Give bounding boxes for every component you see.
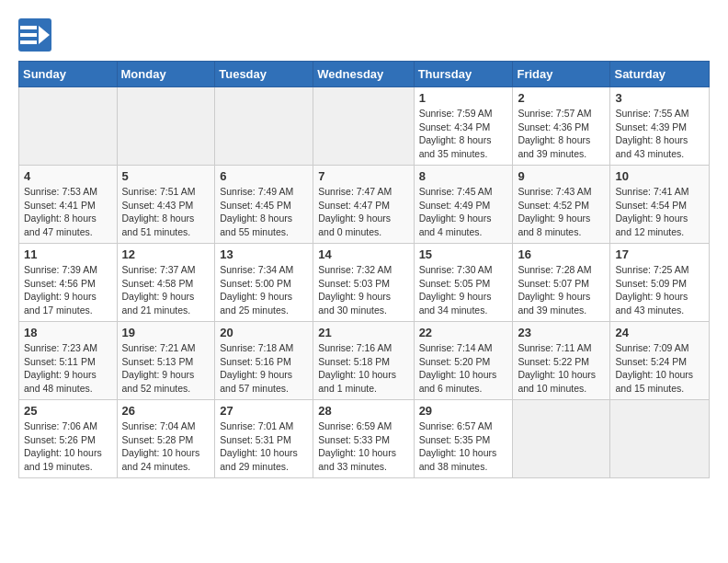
day-info: Sunrise: 7:06 AM Sunset: 5:26 PM Dayligh… xyxy=(24,419,112,474)
week-row-2: 4Sunrise: 7:53 AM Sunset: 4:41 PM Daylig… xyxy=(19,166,710,244)
header-row: SundayMondayTuesdayWednesdayThursdayFrid… xyxy=(19,62,710,87)
calendar-cell: 5Sunrise: 7:51 AM Sunset: 4:43 PM Daylig… xyxy=(117,166,215,244)
day-info: Sunrise: 7:16 AM Sunset: 5:18 PM Dayligh… xyxy=(318,341,408,396)
day-info: Sunrise: 7:53 AM Sunset: 4:41 PM Dayligh… xyxy=(24,185,112,239)
day-info: Sunrise: 7:51 AM Sunset: 4:43 PM Dayligh… xyxy=(122,185,210,239)
calendar-cell: 13Sunrise: 7:34 AM Sunset: 5:00 PM Dayli… xyxy=(215,244,313,322)
calendar-cell xyxy=(215,87,313,166)
day-number: 14 xyxy=(318,247,408,261)
day-info: Sunrise: 6:59 AM Sunset: 5:33 PM Dayligh… xyxy=(318,419,408,474)
calendar-cell: 2Sunrise: 7:57 AM Sunset: 4:36 PM Daylig… xyxy=(513,87,610,166)
day-info: Sunrise: 7:57 AM Sunset: 4:36 PM Dayligh… xyxy=(518,107,605,161)
day-info: Sunrise: 7:39 AM Sunset: 4:56 PM Dayligh… xyxy=(24,263,112,317)
day-info: Sunrise: 7:21 AM Sunset: 5:13 PM Dayligh… xyxy=(122,341,210,396)
svg-rect-4 xyxy=(20,40,37,44)
day-number: 12 xyxy=(122,247,210,261)
calendar-cell xyxy=(19,87,118,166)
calendar-cell: 26Sunrise: 7:04 AM Sunset: 5:28 PM Dayli… xyxy=(117,400,215,478)
day-info: Sunrise: 7:11 AM Sunset: 5:22 PM Dayligh… xyxy=(518,341,605,396)
calendar-cell: 3Sunrise: 7:55 AM Sunset: 4:39 PM Daylig… xyxy=(610,87,710,166)
calendar-cell: 4Sunrise: 7:53 AM Sunset: 4:41 PM Daylig… xyxy=(19,166,118,244)
day-info: Sunrise: 7:45 AM Sunset: 4:49 PM Dayligh… xyxy=(419,185,508,239)
calendar-cell: 27Sunrise: 7:01 AM Sunset: 5:31 PM Dayli… xyxy=(215,400,313,478)
day-info: Sunrise: 7:09 AM Sunset: 5:24 PM Dayligh… xyxy=(615,341,704,396)
week-row-5: 25Sunrise: 7:06 AM Sunset: 5:26 PM Dayli… xyxy=(19,400,710,478)
day-info: Sunrise: 7:14 AM Sunset: 5:20 PM Dayligh… xyxy=(419,341,508,396)
day-number: 21 xyxy=(318,326,408,339)
day-info: Sunrise: 7:34 AM Sunset: 5:00 PM Dayligh… xyxy=(220,263,308,317)
day-number: 25 xyxy=(24,404,112,418)
day-info: Sunrise: 7:01 AM Sunset: 5:31 PM Dayligh… xyxy=(220,419,308,474)
day-number: 6 xyxy=(220,169,308,183)
calendar-cell: 12Sunrise: 7:37 AM Sunset: 4:58 PM Dayli… xyxy=(117,244,215,322)
calendar-cell: 15Sunrise: 7:30 AM Sunset: 5:05 PM Dayli… xyxy=(414,244,513,322)
day-number: 16 xyxy=(518,247,605,261)
logo-icon xyxy=(18,18,51,52)
header-day-wednesday: Wednesday xyxy=(313,62,414,87)
header-day-saturday: Saturday xyxy=(610,62,710,87)
day-number: 7 xyxy=(318,169,408,183)
calendar-cell xyxy=(610,400,710,478)
day-number: 18 xyxy=(24,326,112,339)
calendar-cell: 14Sunrise: 7:32 AM Sunset: 5:03 PM Dayli… xyxy=(313,244,414,322)
calendar-cell: 23Sunrise: 7:11 AM Sunset: 5:22 PM Dayli… xyxy=(513,322,610,400)
calendar-cell: 18Sunrise: 7:23 AM Sunset: 5:11 PM Dayli… xyxy=(19,322,118,400)
day-number: 13 xyxy=(220,247,308,261)
header-day-monday: Monday xyxy=(117,62,215,87)
day-info: Sunrise: 7:43 AM Sunset: 4:52 PM Dayligh… xyxy=(518,185,605,239)
day-number: 19 xyxy=(122,326,210,339)
calendar-cell: 29Sunrise: 6:57 AM Sunset: 5:35 PM Dayli… xyxy=(414,400,513,478)
logo xyxy=(18,18,57,52)
calendar-cell: 28Sunrise: 6:59 AM Sunset: 5:33 PM Dayli… xyxy=(313,400,414,478)
day-info: Sunrise: 7:47 AM Sunset: 4:47 PM Dayligh… xyxy=(318,185,408,239)
calendar-cell: 9Sunrise: 7:43 AM Sunset: 4:52 PM Daylig… xyxy=(513,166,610,244)
day-info: Sunrise: 7:25 AM Sunset: 5:09 PM Dayligh… xyxy=(615,263,704,317)
day-number: 29 xyxy=(419,404,508,418)
week-row-4: 18Sunrise: 7:23 AM Sunset: 5:11 PM Dayli… xyxy=(19,322,710,400)
calendar-cell: 16Sunrise: 7:28 AM Sunset: 5:07 PM Dayli… xyxy=(513,244,610,322)
day-number: 20 xyxy=(220,326,308,339)
day-number: 23 xyxy=(518,326,605,339)
day-number: 27 xyxy=(220,404,308,418)
day-info: Sunrise: 7:55 AM Sunset: 4:39 PM Dayligh… xyxy=(615,107,704,161)
header-day-friday: Friday xyxy=(513,62,610,87)
day-info: Sunrise: 7:37 AM Sunset: 4:58 PM Dayligh… xyxy=(122,263,210,317)
day-info: Sunrise: 7:30 AM Sunset: 5:05 PM Dayligh… xyxy=(419,263,508,317)
calendar-cell: 19Sunrise: 7:21 AM Sunset: 5:13 PM Dayli… xyxy=(117,322,215,400)
calendar-cell: 22Sunrise: 7:14 AM Sunset: 5:20 PM Dayli… xyxy=(414,322,513,400)
day-number: 22 xyxy=(419,326,508,339)
calendar-cell: 1Sunrise: 7:59 AM Sunset: 4:34 PM Daylig… xyxy=(414,87,513,166)
day-number: 5 xyxy=(122,169,210,183)
day-info: Sunrise: 6:57 AM Sunset: 5:35 PM Dayligh… xyxy=(419,419,508,474)
day-number: 10 xyxy=(615,169,704,183)
day-info: Sunrise: 7:49 AM Sunset: 4:45 PM Dayligh… xyxy=(220,185,308,239)
calendar-cell: 11Sunrise: 7:39 AM Sunset: 4:56 PM Dayli… xyxy=(19,244,118,322)
day-info: Sunrise: 7:59 AM Sunset: 4:34 PM Dayligh… xyxy=(419,107,508,161)
day-number: 24 xyxy=(615,326,704,339)
header-day-thursday: Thursday xyxy=(414,62,513,87)
day-number: 17 xyxy=(615,247,704,261)
calendar-cell: 10Sunrise: 7:41 AM Sunset: 4:54 PM Dayli… xyxy=(610,166,710,244)
calendar-cell: 7Sunrise: 7:47 AM Sunset: 4:47 PM Daylig… xyxy=(313,166,414,244)
day-number: 4 xyxy=(24,169,112,183)
calendar-cell xyxy=(117,87,215,166)
header-day-tuesday: Tuesday xyxy=(215,62,313,87)
day-info: Sunrise: 7:23 AM Sunset: 5:11 PM Dayligh… xyxy=(24,341,112,396)
day-info: Sunrise: 7:28 AM Sunset: 5:07 PM Dayligh… xyxy=(518,263,605,317)
calendar-cell: 20Sunrise: 7:18 AM Sunset: 5:16 PM Dayli… xyxy=(215,322,313,400)
day-number: 8 xyxy=(419,169,508,183)
calendar-table: SundayMondayTuesdayWednesdayThursdayFrid… xyxy=(18,61,710,478)
calendar-cell: 17Sunrise: 7:25 AM Sunset: 5:09 PM Dayli… xyxy=(610,244,710,322)
day-info: Sunrise: 7:18 AM Sunset: 5:16 PM Dayligh… xyxy=(220,341,308,396)
day-info: Sunrise: 7:04 AM Sunset: 5:28 PM Dayligh… xyxy=(122,419,210,474)
calendar-cell: 24Sunrise: 7:09 AM Sunset: 5:24 PM Dayli… xyxy=(610,322,710,400)
day-number: 2 xyxy=(518,91,605,105)
day-number: 28 xyxy=(318,404,408,418)
svg-rect-2 xyxy=(20,26,37,29)
day-number: 1 xyxy=(419,91,508,105)
day-number: 9 xyxy=(518,169,605,183)
calendar-cell xyxy=(513,400,610,478)
svg-rect-3 xyxy=(20,33,37,37)
header xyxy=(18,18,710,52)
calendar-cell: 21Sunrise: 7:16 AM Sunset: 5:18 PM Dayli… xyxy=(313,322,414,400)
